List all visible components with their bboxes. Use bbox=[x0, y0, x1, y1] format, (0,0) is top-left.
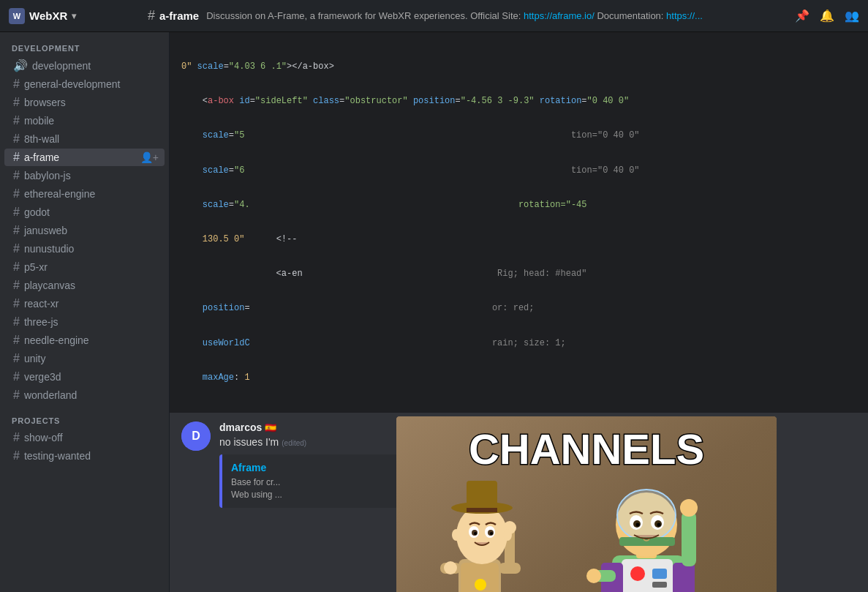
sidebar-item-label: react-xr bbox=[24, 298, 59, 310]
sidebar-item-label: testing-wanted bbox=[24, 450, 91, 462]
sidebar-item-janusweb[interactable]: # janusweb bbox=[4, 222, 165, 239]
add-member-icon[interactable]: 👤+ bbox=[140, 151, 159, 163]
code-line: scale="5 tion="0 40 0" bbox=[181, 129, 856, 143]
code-line: <a-en Rig; head: #head" bbox=[181, 267, 856, 281]
svg-point-50 bbox=[636, 522, 640, 526]
chevron-down-icon[interactable]: ▾ bbox=[72, 11, 76, 21]
svg-point-30 bbox=[503, 529, 512, 541]
avatar: D bbox=[181, 421, 211, 451]
hash-icon: # bbox=[13, 352, 20, 365]
svg-rect-22 bbox=[467, 508, 497, 512]
top-bar-actions: 📌 🔔 👥 bbox=[795, 9, 859, 23]
channel-link-1[interactable]: https://aframe.io/ bbox=[524, 10, 595, 21]
sidebar-item-react-xr[interactable]: # react-xr bbox=[4, 295, 165, 312]
svg-text:CHANNELS: CHANNELS bbox=[469, 425, 704, 473]
svg-point-53 bbox=[680, 499, 698, 517]
svg-point-19 bbox=[456, 506, 507, 564]
sidebar-item-development[interactable]: 🔊 development bbox=[4, 56, 165, 75]
svg-rect-39 bbox=[652, 582, 667, 588]
svg-rect-52 bbox=[682, 512, 696, 566]
svg-point-27 bbox=[474, 532, 477, 535]
svg-text:D: D bbox=[192, 430, 200, 442]
sidebar-item-label: p5-xr bbox=[24, 261, 48, 273]
top-bar: W WebXR ▾ # a-frame Discussion on A-Fram… bbox=[0, 0, 868, 32]
code-line: maxAge: 1 bbox=[181, 371, 856, 385]
hash-icon: # bbox=[13, 279, 20, 292]
sidebar-item-playcanvas[interactable]: # playcanvas bbox=[4, 277, 165, 294]
hash-icon: # bbox=[13, 370, 20, 383]
sidebar-item-label: development bbox=[32, 60, 91, 72]
messages-area: D dmarcos 🇪🇸 no issues I'm(edited) Afra bbox=[170, 413, 868, 592]
svg-rect-21 bbox=[467, 481, 497, 510]
svg-point-55 bbox=[586, 569, 601, 583]
code-line: 0" scale="4.03 6 .1"></a-box> bbox=[181, 60, 856, 74]
sidebar-item-nunustudio[interactable]: # nunustudio bbox=[4, 240, 165, 258]
sidebar-item-label: nunustudio bbox=[24, 243, 75, 255]
sidebar-item-show-off[interactable]: # show-off bbox=[4, 429, 165, 446]
hash-icon: # bbox=[13, 431, 20, 444]
app-logo-icon: W bbox=[9, 8, 25, 24]
sidebar-item-label: ethereal-engine bbox=[24, 188, 95, 200]
sidebar-item-unity[interactable]: # unity bbox=[4, 350, 165, 367]
sidebar-item-ethereal-engine[interactable]: # ethereal-engine bbox=[4, 185, 165, 203]
hash-icon: # bbox=[13, 389, 20, 402]
section-development: DEVELOPMENT bbox=[0, 32, 169, 56]
hash-icon: # bbox=[13, 96, 20, 109]
svg-point-51 bbox=[657, 522, 661, 526]
app-logo[interactable]: W WebXR ▾ bbox=[9, 8, 140, 24]
channel-hash-icon: # bbox=[148, 8, 155, 23]
code-block: 0" scale="4.03 6 .1"></a-box> <a-box id=… bbox=[170, 32, 868, 413]
sidebar: DEVELOPMENT 🔊 development # general-deve… bbox=[0, 32, 170, 592]
section-projects: PROJECTS bbox=[0, 405, 169, 428]
sidebar-item-label: needle-engine bbox=[24, 334, 89, 346]
sidebar-item-label: janusweb bbox=[24, 225, 67, 236]
svg-point-28 bbox=[490, 532, 493, 535]
svg-point-12 bbox=[475, 579, 486, 591]
sidebar-item-label: babylon-js bbox=[24, 170, 71, 181]
sidebar-item-verge3d[interactable]: # verge3d bbox=[4, 368, 165, 386]
code-line: useWorldC rain; size: 1; bbox=[181, 337, 856, 351]
sidebar-item-needle-engine[interactable]: # needle-engine bbox=[4, 331, 165, 349]
sidebar-item-general-development[interactable]: # general-development bbox=[4, 75, 165, 93]
hash-icon: # bbox=[13, 114, 20, 127]
sidebar-item-three-js[interactable]: # three-js bbox=[4, 313, 165, 331]
sidebar-item-babylon-js[interactable]: # babylon-js bbox=[4, 167, 165, 184]
sidebar-item-label: unity bbox=[24, 353, 46, 364]
author-emoji: 🇪🇸 bbox=[265, 422, 276, 433]
sidebar-items: DEVELOPMENT 🔊 development # general-deve… bbox=[0, 32, 169, 592]
hash-icon: # bbox=[13, 242, 20, 255]
sidebar-item-8th-wall[interactable]: # 8th-wall bbox=[4, 130, 165, 148]
channel-name: a-frame bbox=[159, 10, 199, 22]
mute-icon[interactable]: 🔔 bbox=[820, 9, 834, 23]
message-edited-badge: (edited) bbox=[282, 439, 306, 447]
sidebar-item-a-frame[interactable]: # a-frame 👤+ bbox=[4, 149, 165, 166]
sidebar-item-p5-xr[interactable]: # p5-xr bbox=[4, 258, 165, 276]
pin-icon[interactable]: 📌 bbox=[795, 9, 809, 23]
hash-icon: # bbox=[13, 206, 20, 219]
sidebar-item-label: mobile bbox=[24, 115, 54, 127]
svg-point-29 bbox=[452, 529, 461, 541]
sidebar-item-wonderland[interactable]: # wonderland bbox=[4, 386, 165, 404]
sidebar-item-browsers[interactable]: # browsers bbox=[4, 94, 165, 111]
sidebar-item-label: general-development bbox=[24, 78, 121, 90]
members-icon[interactable]: 👥 bbox=[845, 9, 859, 23]
sidebar-item-mobile[interactable]: # mobile bbox=[4, 112, 165, 130]
sidebar-item-label: verge3d bbox=[24, 371, 61, 383]
hash-icon: # bbox=[13, 334, 20, 347]
sidebar-item-label: wonderland bbox=[24, 389, 77, 401]
hash-icon: # bbox=[13, 224, 20, 237]
sidebar-item-godot[interactable]: # godot bbox=[4, 203, 165, 221]
main-layout: DEVELOPMENT 🔊 development # general-deve… bbox=[0, 32, 868, 592]
voice-icon: 🔊 bbox=[13, 59, 28, 72]
hash-icon: # bbox=[13, 261, 20, 274]
hash-icon: # bbox=[13, 187, 20, 201]
code-line: scale="4. rotation="-45 bbox=[181, 198, 856, 212]
hash-icon: # bbox=[13, 169, 20, 182]
hash-icon: # bbox=[13, 78, 20, 91]
sidebar-item-label: browsers bbox=[24, 97, 66, 108]
sidebar-item-testing-wanted[interactable]: # testing-wanted bbox=[4, 447, 165, 465]
meme-image: CHANNELS CHANNELS EVERYWHERE bbox=[396, 416, 777, 592]
sidebar-item-label: show-off bbox=[24, 432, 63, 443]
sidebar-item-label: 8th-wall bbox=[24, 133, 59, 145]
channel-link-2[interactable]: https://... bbox=[666, 10, 703, 21]
